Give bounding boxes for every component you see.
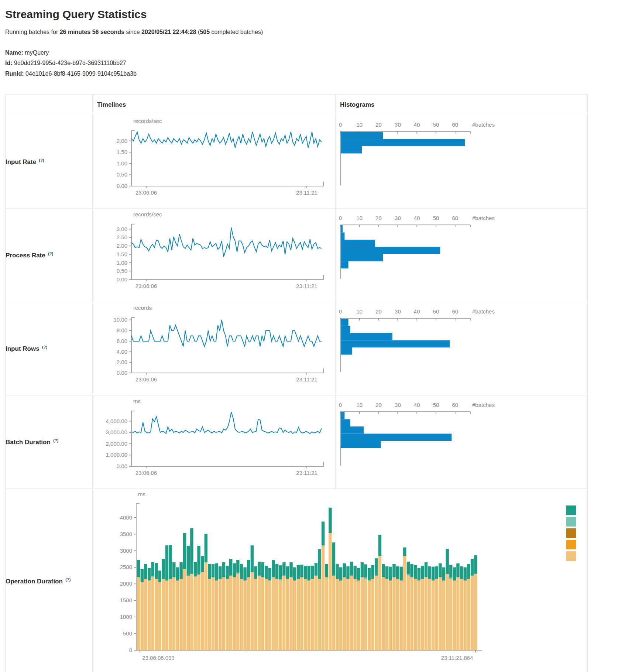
running-summary: Running batches for 26 minutes 56 second… [5,29,620,35]
query-id-line: Id: 9d0dd219-995d-423e-b97d-36931110bb27 [5,58,620,68]
svg-text:1.50: 1.50 [117,149,127,155]
svg-text:1000: 1000 [120,614,132,620]
completed-batches-count: 505 [200,29,210,35]
input-rate-histogram-chart: 0102030405060#batches [336,115,587,207]
svg-text:1500: 1500 [120,597,132,603]
help-icon-input-rows[interactable]: (?) [42,345,47,349]
svg-text:10: 10 [356,215,363,221]
svg-text:0.00: 0.00 [117,463,127,469]
svg-text:40: 40 [414,308,420,315]
svg-text:23:06:06: 23:06:06 [135,283,157,289]
histogram-cell-batch-duration: 0102030405060#batches [336,395,588,489]
timeline-cell-batch-duration: ms4,000.003,000.002,000.001,000.000.0023… [93,395,336,489]
metric-label-operation-duration: Operation Duration [6,578,63,585]
svg-text:23:11:21.864: 23:11:21.864 [441,655,473,661]
label-cell-operation-duration: Operation Duration (?) [6,489,93,672]
svg-text:50: 50 [433,308,439,315]
streaming-statistics-page: Streaming Query Statistics Running batch… [0,0,625,672]
legend-swatch-1 [566,517,576,527]
question-mark-icon: ? [67,577,69,582]
summary-prefix: Running batches for [5,29,60,35]
svg-text:0: 0 [339,402,342,408]
svg-text:40: 40 [414,402,420,408]
legend-swatch-0 [566,505,576,515]
svg-text:60: 60 [452,308,458,315]
query-runid-value: 04e101e6-8bf8-4165-9099-9104c951ba3b [25,71,137,77]
svg-text:0.50: 0.50 [117,268,127,274]
help-icon-input-rate[interactable]: (?) [39,158,44,162]
svg-text:30: 30 [395,121,401,128]
help-icon-process-rate[interactable]: (?) [48,251,53,256]
label-cell-process-rate: Process Rate (?) [6,209,93,302]
svg-text:3,000.00: 3,000.00 [106,429,127,435]
timeline-cell-process-rate: records/sec3.002.502.001.501.000.500.002… [93,209,336,302]
svg-text:0: 0 [339,215,342,221]
svg-text:ms: ms [133,398,141,404]
query-info: Name: myQuery Id: 9d0dd219-995d-423e-b97… [5,48,620,79]
query-runid-line: RunId: 04e101e6-8bf8-4165-9099-9104c951b… [5,69,620,79]
col-header-timelines: Timelines [93,95,336,115]
batch-duration-histogram-chart: 0102030405060#batches [336,395,587,487]
running-duration: 26 minutes 56 seconds [60,29,124,35]
svg-text:20: 20 [375,215,382,221]
help-icon-batch-duration[interactable]: (?) [53,438,58,443]
svg-text:23:06:06: 23:06:06 [135,376,157,383]
svg-text:3000: 3000 [120,548,132,554]
help-paren: ) [46,345,47,349]
timeline-cell-input-rate: records/sec2.001.501.000.500.0023:06:062… [93,115,336,209]
svg-text:40: 40 [414,121,420,128]
metric-label-input-rows: Input Rows [6,345,40,352]
metric-label-batch-duration: Batch Duration [6,439,51,446]
question-mark-icon: ? [55,438,57,443]
svg-text:23:11:21: 23:11:21 [296,189,317,196]
query-id-label: Id: [5,60,13,66]
svg-text:60: 60 [452,215,458,221]
help-paren: ) [43,158,44,162]
svg-text:20: 20 [375,121,382,128]
query-name-line: Name: myQuery [5,48,620,58]
row-batch-duration: Batch Duration (?) ms4,000.003,000.002,0… [6,395,588,489]
start-timestamp: 2020/05/21 22:44:28 [141,29,196,35]
row-process-rate: Process Rate (?) records/sec3.002.502.00… [6,209,588,302]
corner-cell [6,95,93,115]
label-cell-input-rows: Input Rows (?) [6,302,93,395]
svg-text:60: 60 [452,121,458,128]
operation-duration-stacked-chart: ms4000350030002500200015001000500023:06:… [93,489,587,672]
page-title: Streaming Query Statistics [5,8,620,21]
svg-text:20: 20 [375,308,382,315]
svg-text:30: 30 [395,308,401,315]
question-mark-icon: ? [40,158,43,162]
svg-text:50: 50 [433,215,439,221]
svg-text:23:06:06: 23:06:06 [135,470,157,476]
svg-text:20: 20 [375,402,382,408]
svg-text:50: 50 [433,121,439,128]
question-mark-icon: ? [49,251,52,256]
metric-label-input-rate: Input Rate [6,158,36,165]
help-icon-operation-duration[interactable]: (?) [65,577,71,582]
svg-text:23:06:06: 23:06:06 [135,189,157,196]
svg-text:0.00: 0.00 [117,370,127,376]
svg-text:50: 50 [433,402,439,408]
svg-text:1,000.00: 1,000.00 [106,452,127,458]
help-paren: ) [52,251,54,256]
batch-duration-timeline-chart: ms4,000.003,000.002,000.001,000.000.0023… [93,395,335,487]
svg-text:2.00: 2.00 [117,359,127,365]
svg-text:2.50: 2.50 [117,234,127,241]
svg-text:23:11:21: 23:11:21 [296,376,317,383]
histogram-cell-input-rows: 0102030405060#batches [336,302,588,395]
svg-text:2,000.00: 2,000.00 [106,440,127,447]
label-cell-input-rate: Input Rate (?) [6,115,93,209]
table-header-row: Timelines Histograms [6,95,588,115]
timeline-cell-input-rows: records10.008.006.004.002.000.0023:06:06… [93,302,336,395]
svg-text:#batches: #batches [472,121,495,128]
svg-text:#batches: #batches [472,308,495,315]
svg-text:10.00: 10.00 [113,317,127,323]
svg-text:0: 0 [339,121,342,128]
query-name-value: myQuery [25,49,49,56]
row-input-rate: Input Rate (?) records/sec2.001.501.000.… [6,115,588,209]
input-rows-timeline-chart: records10.008.006.004.002.000.0023:06:06… [93,302,335,394]
input-rate-timeline-chart: records/sec2.001.501.000.500.0023:06:062… [93,115,335,207]
summary-suffix: completed batches) [210,29,263,35]
row-operation-duration: Operation Duration (?) ms400035003000250… [6,489,588,672]
summary-paren: ( [196,29,200,35]
